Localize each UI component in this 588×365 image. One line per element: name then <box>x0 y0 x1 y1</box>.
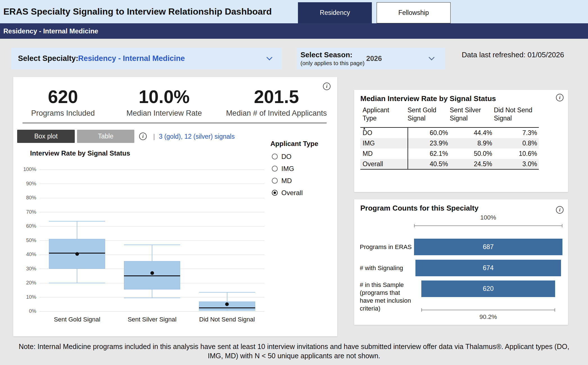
specialty-slicer-label: Select Specialty: <box>18 48 78 69</box>
whisker-cap-high <box>124 245 180 245</box>
kpi-label: Median # of Invited Applicants <box>216 109 337 118</box>
radio-icon <box>272 154 278 159</box>
y-axis-label: 50% <box>16 238 36 243</box>
value-cell: 40.5% <box>408 160 450 168</box>
value-cell: 50.0% <box>450 150 494 158</box>
dashboard-page: ERAS Specialty Signaling to Interview Re… <box>0 0 588 365</box>
whisker-cap-low <box>124 298 180 298</box>
row-label-cell: Overall <box>360 160 408 168</box>
column-header[interactable]: Sent Silver Signal <box>450 106 491 127</box>
x-axis-label: Did Not Send Signal <box>191 316 264 323</box>
value-cell: 0.8% <box>494 140 539 147</box>
applicant-filter-title: Applicant Type <box>270 140 335 148</box>
bracket-line <box>422 310 555 310</box>
season-slicer-value[interactable]: 2026 <box>366 48 382 69</box>
signals-summary: | 3 (gold), 12 (silver) signals <box>153 132 235 141</box>
column-header[interactable]: Did Not Send Signal <box>494 106 536 127</box>
mean-dot <box>75 252 79 256</box>
table-row: MD62.1%50.0%10.6% <box>360 149 539 159</box>
kpi-label: Programs Included <box>13 109 113 118</box>
specialty-slicer[interactable]: Select Specialty: Residency - Internal M… <box>11 48 282 69</box>
y-axis-label: 10% <box>16 294 36 300</box>
y-axis-label: 30% <box>16 266 36 272</box>
applicant-option-label: Overall <box>281 189 303 197</box>
value-cell: 24.5% <box>450 160 494 168</box>
y-axis-label: 90% <box>16 181 36 187</box>
info-icon[interactable] <box>556 94 564 101</box>
applicant-option-label: IMG <box>281 165 294 173</box>
x-axis-label: Sent Silver Signal <box>116 316 189 323</box>
y-axis-label: 0% <box>16 308 36 314</box>
chevron-down-icon[interactable] <box>429 54 435 60</box>
row-label-cell: DO <box>360 129 408 137</box>
boxplot-yaxis: 0%10%20%30%40%50%60%70%80%90%100% <box>16 170 36 311</box>
boxplot-view-button[interactable]: Box plot <box>17 130 75 143</box>
table-view-button[interactable]: Table <box>77 130 134 143</box>
kpi-value: 201.5 <box>216 86 337 107</box>
median-line <box>199 307 255 308</box>
value-cell: 10.6% <box>494 150 539 158</box>
table-row: IMG23.9%8.9%0.8% <box>360 138 539 149</box>
whisker-cap-low <box>49 283 105 283</box>
median-line <box>124 275 180 276</box>
funnel-top-bracket <box>414 224 562 227</box>
column-header[interactable]: Applicant Type <box>360 106 394 127</box>
boxplot-card: 620 Programs Included 10.0% Median Inter… <box>13 77 337 336</box>
gridline <box>40 198 264 198</box>
specialty-slicer-value[interactable]: Residency - Internal Medicine <box>78 48 185 69</box>
boxplot-plot: Sent Gold SignalSent Silver SignalDid No… <box>40 170 264 311</box>
info-icon[interactable] <box>139 133 147 140</box>
radio-icon <box>272 178 278 184</box>
x-axis-label: Sent Gold Signal <box>40 316 114 323</box>
radio-icon <box>272 166 278 172</box>
kpi-median-interview-rate: 10.0% Median Interview Rate <box>113 86 216 118</box>
value-cell: 8.9% <box>450 140 494 147</box>
funnel-category-label: Programs in ERAS <box>360 243 415 251</box>
value-cell: 23.9% <box>408 140 450 147</box>
data-refreshed-text: Data last refreshed: 01/05/2026 <box>462 51 564 59</box>
applicant-option-label: DO <box>281 153 291 161</box>
y-axis-label: 70% <box>16 209 36 215</box>
whisker-cap-high <box>49 221 105 222</box>
page-title: ERAS Specialty Signaling to Interview Re… <box>3 0 272 23</box>
gridline <box>40 212 264 212</box>
whisker-cap-low <box>199 310 255 311</box>
season-slicer-sublabel: (only applies to this page) <box>300 60 365 67</box>
applicant-option[interactable]: Overall <box>272 187 303 199</box>
sort-ascending-icon <box>363 123 394 127</box>
value-cell: 62.1% <box>408 150 450 158</box>
funnel-category-label: # with Signaling <box>360 264 415 272</box>
y-axis-label: 20% <box>16 280 36 286</box>
kpi-label: Median Interview Rate <box>113 109 216 118</box>
applicant-type-filter: Applicant Type DO IMG MD Overall <box>270 140 335 148</box>
box[interactable] <box>124 261 180 289</box>
value-cell: 44.4% <box>450 129 494 137</box>
divider: | <box>153 133 155 140</box>
kpi-value: 10.0% <box>113 86 216 107</box>
signals-note: 3 (gold), 12 (silver) signals <box>159 133 235 140</box>
applicant-option-label: MD <box>281 177 292 185</box>
funnel-top-label: 100% <box>460 214 516 221</box>
chevron-down-icon[interactable] <box>266 54 272 60</box>
funnel-bar[interactable]: 674 <box>415 260 561 276</box>
gridline <box>40 170 264 170</box>
column-header[interactable]: Sent Gold Signal <box>408 106 447 127</box>
season-slicer[interactable]: Select Season: (only applies to this pag… <box>297 48 445 69</box>
tab-residency[interactable]: Residency <box>298 2 372 23</box>
season-slicer-label: Select Season: <box>300 51 365 59</box>
bracket-line <box>415 225 562 226</box>
applicant-option-list: DO IMG MD Overall <box>272 150 303 199</box>
gridline <box>40 311 264 312</box>
applicant-option[interactable]: DO <box>272 150 303 163</box>
whisker-cap-high <box>199 292 255 293</box>
funnel-bar[interactable]: 620 <box>421 280 555 297</box>
applicant-option[interactable]: MD <box>272 175 303 187</box>
y-axis-label: 60% <box>16 223 36 229</box>
funnel-bar[interactable]: 687 <box>414 239 562 255</box>
applicant-option[interactable]: IMG <box>272 163 303 175</box>
kpi-value: 620 <box>13 86 113 107</box>
subheader-title: Residency - Internal Medicine <box>3 27 98 35</box>
tab-fellowship[interactable]: Fellowship <box>377 2 451 23</box>
kpi-programs-included: 620 Programs Included <box>13 86 113 118</box>
table-bottom-border <box>360 169 539 170</box>
